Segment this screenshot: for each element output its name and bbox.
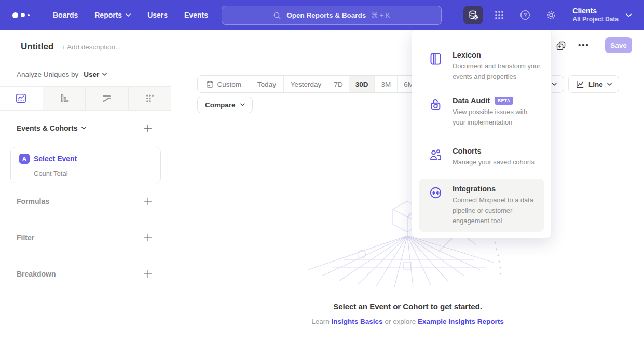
plus-icon <box>144 270 152 278</box>
menu-item-lexicon[interactable]: Lexicon Document and transform your even… <box>419 45 544 88</box>
compare-button[interactable]: Compare <box>197 97 253 113</box>
more-options-button[interactable]: ••• <box>578 40 590 49</box>
range-today[interactable]: Today <box>250 76 284 92</box>
menu-item-integrations[interactable]: Integrations Connect Mixpanel to a data … <box>419 178 544 232</box>
tab-flow[interactable] <box>86 87 129 110</box>
nav-item-reports[interactable]: Reports <box>94 11 131 19</box>
nav-item-label: Boards <box>53 11 78 19</box>
range-label: 7D <box>334 80 343 88</box>
bar-chart-tab-icon <box>58 92 70 104</box>
menu-item-title: Cohorts <box>453 147 482 155</box>
events-cohorts-header[interactable]: Events & Cohorts <box>17 124 86 132</box>
add-formula-button[interactable] <box>144 197 152 205</box>
help-icon: ? <box>519 9 531 21</box>
date-range-control: Custom Today Yesterday 7D 30D 3M 6M <box>197 75 420 93</box>
analyze-row: Analyze Uniques by User <box>0 62 171 86</box>
event-card[interactable]: A Select Event Count Total <box>10 147 161 183</box>
plus-icon <box>144 124 152 132</box>
project-name: Clients <box>572 7 619 16</box>
filter-section: Filter <box>0 234 171 242</box>
range-yesterday[interactable]: Yesterday <box>283 76 328 92</box>
chevron-down-icon <box>552 83 557 86</box>
menu-item-title: Integrations <box>453 185 496 193</box>
query-sidebar: Analyze Uniques by User <box>0 62 171 357</box>
tab-bar-chart[interactable] <box>43 87 86 110</box>
tab-metrics[interactable] <box>129 87 171 110</box>
add-breakdown-button[interactable] <box>144 270 152 278</box>
duplicate-report-button[interactable] <box>556 41 566 51</box>
search-icon <box>273 11 281 20</box>
filter-label: Filter <box>17 234 34 242</box>
database-gear-icon <box>468 9 479 21</box>
range-label: Custom <box>217 80 242 88</box>
line-chart-tab-icon <box>15 92 27 104</box>
nav-item-events[interactable]: Events <box>184 11 208 19</box>
menu-item-description: Document and transform your events and p… <box>453 61 542 82</box>
events-cohorts-section: Events & Cohorts <box>0 124 171 132</box>
menu-item-description: Manage your saved cohorts <box>453 157 542 168</box>
empty-state-title: Select an Event or Cohort to get started… <box>171 302 644 311</box>
menu-item-description: Connect Mixpanel to a data pipeline or c… <box>453 195 542 226</box>
flow-tab-icon <box>101 92 113 104</box>
help-button[interactable]: ? <box>515 6 535 24</box>
beta-badge: BETA <box>495 97 514 105</box>
empty-state-subtitle: Learn Insights Basics or explore Example… <box>171 318 644 325</box>
analyze-entity-dropdown[interactable]: User <box>84 71 107 78</box>
navbar-right: ? Clients All Project Data <box>457 0 644 30</box>
nav-item-label: Reports <box>94 11 122 19</box>
integrations-sync-icon <box>429 186 443 200</box>
formulas-label: Formulas <box>17 197 49 205</box>
range-label: Yesterday <box>291 80 322 88</box>
nav-item-users[interactable]: Users <box>147 11 168 19</box>
project-scope: All Project Data <box>572 16 619 23</box>
range-7d[interactable]: 7D <box>328 76 349 92</box>
range-label: 3M <box>381 80 391 88</box>
line-chart-icon <box>576 80 584 89</box>
tab-insights-line[interactable] <box>0 87 43 110</box>
select-event-link[interactable]: Select Event <box>34 155 77 163</box>
add-event-button[interactable] <box>144 124 152 132</box>
range-3m[interactable]: 3M <box>374 76 397 92</box>
menu-item-cohorts[interactable]: Cohorts Manage your saved cohorts <box>419 141 544 174</box>
svg-text:?: ? <box>524 12 527 18</box>
menu-item-title: Data Audit <box>453 97 490 105</box>
report-title: Untitled <box>21 42 53 52</box>
menu-item-data-audit[interactable]: Data Audit BETA View possible issues wit… <box>419 90 544 134</box>
data-audit-lock-icon <box>429 98 443 112</box>
chevron-down-icon <box>607 83 612 86</box>
range-30d[interactable]: 30D <box>349 76 375 92</box>
analyze-entity-value: User <box>84 71 99 78</box>
add-description-field[interactable]: + Add description... <box>61 43 121 51</box>
empty-learn-text: Learn <box>311 318 330 325</box>
range-custom[interactable]: Custom <box>198 76 250 92</box>
data-management-menu: Lexicon Document and transform your even… <box>412 29 552 238</box>
chevron-down-icon <box>240 103 245 106</box>
example-reports-link[interactable]: Example Insights Reports <box>418 318 504 325</box>
nav-item-label: Users <box>147 11 168 19</box>
compare-label: Compare <box>205 101 236 109</box>
formulas-section: Formulas <box>0 197 171 205</box>
search-shortcut: ⌘ + K <box>371 11 390 19</box>
cohorts-users-icon <box>429 148 443 162</box>
settings-button[interactable] <box>541 6 561 24</box>
data-management-button[interactable] <box>463 6 483 24</box>
save-button[interactable]: Save <box>605 37 632 53</box>
nav-item-boards[interactable]: Boards <box>53 11 78 19</box>
insights-basics-link[interactable]: Insights Basics <box>331 318 382 325</box>
lexicon-book-icon <box>429 52 443 66</box>
add-filter-button[interactable] <box>144 234 152 242</box>
menu-item-title: Lexicon <box>453 51 481 59</box>
apps-grid-button[interactable] <box>489 6 509 24</box>
event-metric[interactable]: Count Total <box>34 170 68 177</box>
empty-middle-text: or explore <box>385 318 416 325</box>
global-search-bar[interactable]: Open Reports & Boards ⌘ + K <box>222 6 442 25</box>
chart-style-dropdown[interactable]: Line <box>568 75 619 93</box>
chevron-down-icon <box>126 13 131 17</box>
range-label: 30D <box>355 80 368 88</box>
range-label: Today <box>257 80 276 88</box>
project-selector[interactable]: Clients All Project Data <box>572 7 637 24</box>
grid-icon <box>494 10 504 20</box>
analyze-label: Analyze Uniques by <box>17 71 78 78</box>
mixpanel-logo[interactable] <box>12 12 36 18</box>
search-placeholder: Open Reports & Boards <box>286 11 366 19</box>
